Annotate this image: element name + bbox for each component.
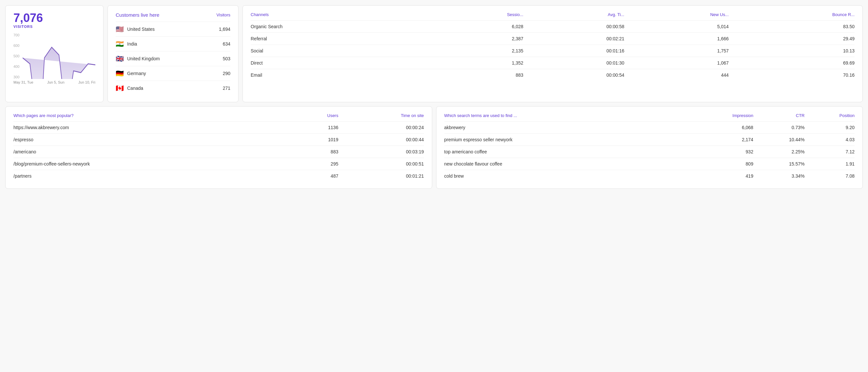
channels-table: Channels Sessio... Avg. Ti... New Us... …	[251, 12, 855, 81]
x-label-1: May 31, Tue	[13, 80, 33, 84]
search-card: Which search terms are used to find ... …	[436, 106, 863, 189]
x-label-3: Jun 10, Fri	[78, 80, 95, 84]
country-name-us: United States	[127, 27, 155, 32]
table-row: premium espresso seller newyork 2,174 10…	[444, 134, 855, 146]
page-users-4: 295	[297, 158, 338, 170]
channel-sessions-referral: 2,387	[431, 33, 523, 45]
visitors-label: VISITORS	[13, 25, 95, 29]
pages-card: Which pages are most popular? Users Time…	[5, 106, 432, 189]
channel-newusers-organic: 5,014	[624, 21, 729, 33]
search-table: Which search terms are used to find ... …	[444, 113, 855, 182]
y-label-700: 700	[13, 33, 19, 37]
table-row: Direct 1,352 00:01:30 1,067 69.69	[251, 57, 855, 69]
country-value-us: 1,694	[219, 27, 230, 32]
y-axis-labels: 700 600 500 400 300	[13, 33, 19, 79]
channel-sessions-social: 2,135	[431, 45, 523, 57]
page-users-2: 1019	[297, 134, 338, 146]
search-impressions-2: 2,174	[684, 134, 753, 146]
channels-card: Channels Sessio... Avg. Ti... New Us... …	[243, 5, 863, 102]
channel-sessions-organic: 6,028	[431, 21, 523, 33]
customers-card: Customers live here Visitors 🇺🇸 United S…	[107, 5, 239, 102]
chart-x-labels: May 31, Tue Jun 5, Sun Jun 10, Fri	[13, 80, 95, 84]
country-value-ca: 271	[223, 86, 230, 91]
visitors-number: 7,076	[13, 12, 95, 24]
channel-avgtime-referral: 00:02:21	[523, 33, 624, 45]
search-impressions-3: 932	[684, 146, 753, 158]
page-url-2: /espresso	[13, 134, 297, 146]
country-name-de: Germany	[127, 71, 146, 76]
customers-header: Customers live here Visitors	[116, 12, 230, 18]
channel-name-organic: Organic Search	[251, 21, 431, 33]
channel-avgtime-organic: 00:00:58	[523, 21, 624, 33]
y-label-400: 400	[13, 65, 19, 68]
page-time-5: 00:01:21	[338, 170, 424, 182]
flag-gb: 🇬🇧	[116, 55, 124, 63]
y-label-500: 500	[13, 54, 19, 58]
country-row-us: 🇺🇸 United States 1,694	[116, 22, 230, 36]
table-row: akbrewery 6,068 0.73% 9.20	[444, 122, 855, 134]
channel-newusers-referral: 1,666	[624, 33, 729, 45]
table-row: Referral 2,387 00:02:21 1,666 29.49	[251, 33, 855, 45]
search-term-5: cold brew	[444, 170, 685, 182]
search-impressions-5: 419	[684, 170, 753, 182]
channel-newusers-email: 444	[624, 69, 729, 81]
channel-bounce-organic: 83.50	[729, 21, 855, 33]
flag-us: 🇺🇸	[116, 25, 124, 33]
customers-title: Customers live here	[116, 12, 159, 18]
table-row: top americano coffee 932 2.25% 7.12	[444, 146, 855, 158]
channel-newusers-direct: 1,067	[624, 57, 729, 69]
top-row: 7,076 VISITORS 700 600 500 400 300	[5, 5, 863, 102]
search-position-5: 7.08	[804, 170, 855, 182]
search-th-ctr: CTR	[753, 113, 805, 122]
search-term-1: akbrewery	[444, 122, 685, 134]
channel-sessions-direct: 1,352	[431, 57, 523, 69]
table-row: /partners 487 00:01:21	[13, 170, 424, 182]
pages-th-page: Which pages are most popular?	[13, 113, 297, 122]
channel-bounce-direct: 69.69	[729, 57, 855, 69]
page-url-3: /americano	[13, 146, 297, 158]
search-position-1: 9.20	[804, 122, 855, 134]
channel-avgtime-direct: 00:01:30	[523, 57, 624, 69]
table-row: https://www.akbrewery.com 1136 00:00:24	[13, 122, 424, 134]
page-users-3: 883	[297, 146, 338, 158]
chart-svg	[23, 33, 95, 79]
channel-name-email: Email	[251, 69, 431, 81]
table-row: Organic Search 6,028 00:00:58 5,014 83.5…	[251, 21, 855, 33]
channel-name-direct: Direct	[251, 57, 431, 69]
x-label-2: Jun 5, Sun	[47, 80, 65, 84]
country-value-de: 290	[223, 71, 230, 76]
table-row: cold brew 419 3.34% 7.08	[444, 170, 855, 182]
y-label-300: 300	[13, 75, 19, 79]
flag-in: 🇮🇳	[116, 40, 124, 48]
search-term-4: new chocolate flavour coffee	[444, 158, 685, 170]
page-users-1: 1136	[297, 122, 338, 134]
page-url-1: https://www.akbrewery.com	[13, 122, 297, 134]
search-th-impressions: Impression	[684, 113, 753, 122]
country-name-ca: Canada	[127, 86, 143, 91]
search-th-term: Which search terms are used to find ...	[444, 113, 685, 122]
search-impressions-1: 6,068	[684, 122, 753, 134]
country-value-in: 634	[223, 41, 230, 46]
table-row: /blog/premium-coffee-sellers-newyork 295…	[13, 158, 424, 170]
search-position-2: 4.03	[804, 134, 855, 146]
search-ctr-3: 2.25%	[753, 146, 805, 158]
customers-col-header: Visitors	[217, 12, 230, 18]
channel-avgtime-email: 00:00:54	[523, 69, 624, 81]
page-users-5: 487	[297, 170, 338, 182]
dashboard: 7,076 VISITORS 700 600 500 400 300	[5, 5, 863, 189]
search-position-4: 1.91	[804, 158, 855, 170]
bottom-row: Which pages are most popular? Users Time…	[5, 106, 863, 189]
channels-th-avgtime: Avg. Ti...	[523, 12, 624, 21]
search-ctr-1: 0.73%	[753, 122, 805, 134]
channels-th-bounce: Bounce R...	[729, 12, 855, 21]
page-time-1: 00:00:24	[338, 122, 424, 134]
country-value-gb: 503	[223, 56, 230, 61]
channel-avgtime-social: 00:01:16	[523, 45, 624, 57]
country-row-ca: 🇨🇦 Canada 271	[116, 81, 230, 95]
y-label-600: 600	[13, 43, 19, 48]
page-time-4: 00:00:51	[338, 158, 424, 170]
pages-th-users: Users	[297, 113, 338, 122]
channel-sessions-email: 883	[431, 69, 523, 81]
pages-table: Which pages are most popular? Users Time…	[13, 113, 424, 182]
channel-bounce-referral: 29.49	[729, 33, 855, 45]
